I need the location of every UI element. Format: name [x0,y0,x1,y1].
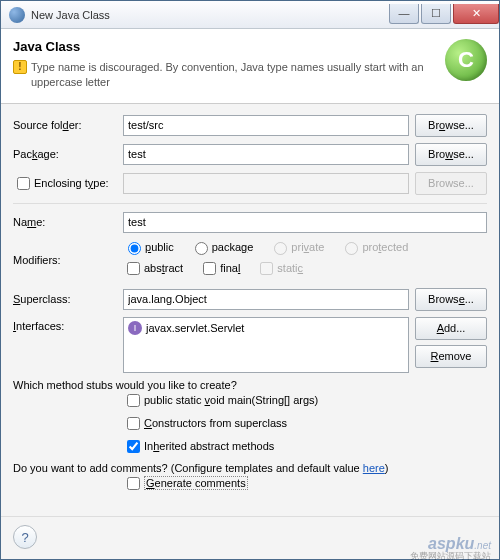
source-folder-browse-button[interactable]: Browse... [415,114,487,137]
app-icon [9,7,25,23]
source-folder-input[interactable] [123,115,409,136]
interface-item[interactable]: I javax.servlet.Servlet [124,318,408,338]
configure-templates-link[interactable]: here [363,462,385,474]
interface-item-label: javax.servlet.Servlet [146,322,244,334]
window-controls: — ☐ ✕ [387,4,499,26]
modifier-abstract-checkbox[interactable]: abstract [123,259,183,278]
modifier-private-radio: private [269,239,324,255]
close-button[interactable]: ✕ [453,4,499,24]
stub-constructors-checkbox[interactable] [127,417,140,430]
help-button[interactable]: ? [13,525,37,549]
minimize-button[interactable]: — [389,4,419,24]
modifiers-label: Modifiers: [13,254,123,266]
stub-constructors-label: Constructors from superclass [144,417,287,429]
stub-inherited-label: Inherited abstract methods [144,440,274,452]
header-section: Java Class ! Type name is discouraged. B… [1,29,499,104]
superclass-input[interactable] [123,289,409,310]
modifier-final-checkbox[interactable]: final [199,259,240,278]
bottom-bar: ? [1,516,499,559]
enclosing-type-browse-button: Browse... [415,172,487,195]
interfaces-add-button[interactable]: Add... [415,317,487,340]
generate-comments-label: Generate comments [144,476,248,490]
maximize-button[interactable]: ☐ [421,4,451,24]
superclass-label: Superclass: [13,293,123,305]
stub-main-label: public static void main(String[] args) [144,394,318,406]
page-title: Java Class [13,39,437,54]
validation-message: ! Type name is discouraged. By conventio… [13,60,437,91]
interface-icon: I [128,321,142,335]
package-label: Package: [13,148,123,160]
interfaces-list[interactable]: I javax.servlet.Servlet [123,317,409,373]
interfaces-label: Interfaces: [13,317,123,332]
titlebar-text: New Java Class [31,9,387,21]
package-input[interactable] [123,144,409,165]
method-stubs-question: Which method stubs would you like to cre… [13,379,487,391]
enclosing-type-input [123,173,409,194]
modifier-public-radio[interactable]: public [123,239,174,255]
comments-question: Do you want to add comments? (Configure … [13,462,487,474]
warning-icon: ! [13,60,27,74]
source-folder-label: Source folder: [13,119,123,131]
stub-inherited-checkbox[interactable] [127,440,140,453]
modifier-protected-radio: protected [340,239,408,255]
enclosing-type-checkbox[interactable] [17,177,30,190]
interfaces-remove-button[interactable]: Remove [415,345,487,368]
superclass-browse-button[interactable]: Browse... [415,288,487,311]
modifier-static-checkbox: static [256,259,303,278]
validation-text: Type name is discouraged. By convention,… [31,60,437,91]
class-icon: C [445,39,487,81]
name-label: Name: [13,216,123,228]
modifier-package-radio[interactable]: package [190,239,254,255]
stub-main-checkbox[interactable] [127,394,140,407]
name-input[interactable] [123,212,487,233]
form-area: Source folder: Browse... Package: Browse… [1,104,499,516]
dialog-window: New Java Class — ☐ ✕ Java Class ! Type n… [0,0,500,560]
generate-comments-checkbox[interactable] [127,477,140,490]
package-browse-button[interactable]: Browse... [415,143,487,166]
titlebar[interactable]: New Java Class — ☐ ✕ [1,1,499,29]
enclosing-type-label: Enclosing type: [13,174,123,193]
